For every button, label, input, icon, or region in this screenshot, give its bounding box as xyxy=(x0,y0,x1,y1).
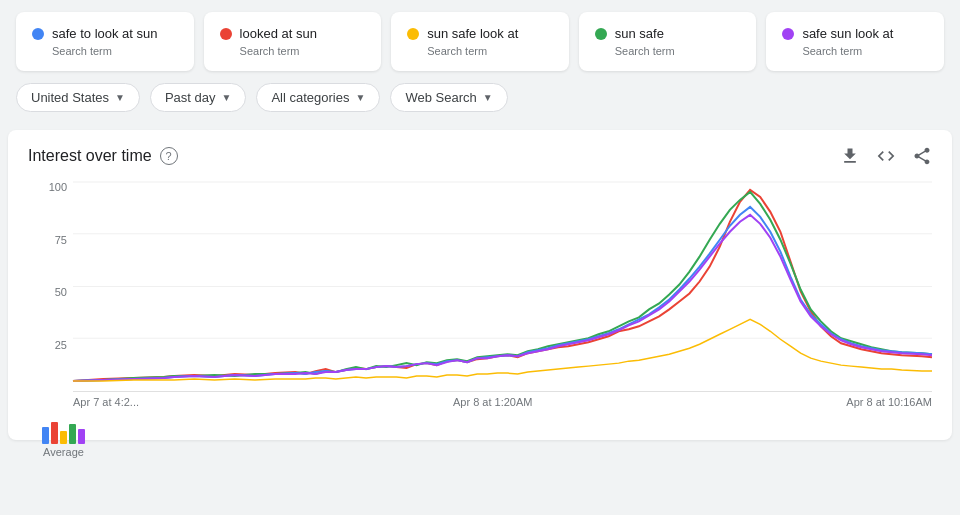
search-term-card-term4[interactable]: sun safe Search term xyxy=(579,12,757,71)
chevron-down-icon: ▼ xyxy=(356,92,366,103)
embed-button[interactable] xyxy=(876,146,896,166)
help-icon[interactable]: ? xyxy=(160,147,178,165)
term-text: looked at sun xyxy=(240,26,317,41)
term-dot xyxy=(782,28,794,40)
top-section: safe to look at sun Search term looked a… xyxy=(0,0,960,122)
term-text: sun safe xyxy=(615,26,664,41)
chart-actions xyxy=(840,146,932,166)
filter-label: United States xyxy=(31,90,109,105)
search-terms-row: safe to look at sun Search term looked a… xyxy=(16,12,944,71)
search-term-card-term2[interactable]: looked at sun Search term xyxy=(204,12,382,71)
y-axis: 100755025 xyxy=(38,182,73,392)
y-axis-label: 100 xyxy=(38,182,67,193)
avg-bar xyxy=(78,429,85,444)
search-term-label: looked at sun xyxy=(220,26,366,41)
chevron-down-icon: ▼ xyxy=(222,92,232,103)
filter-timerange[interactable]: Past day ▼ xyxy=(150,83,247,112)
filters-row: United States ▼ Past day ▼ All categorie… xyxy=(16,83,944,112)
average-label: Average xyxy=(43,446,84,458)
filter-location[interactable]: United States ▼ xyxy=(16,83,140,112)
filter-label: All categories xyxy=(271,90,349,105)
average-bars xyxy=(42,416,85,444)
chart-area: 100755025 xyxy=(38,182,932,392)
chart-container: 100755025 xyxy=(38,182,932,412)
avg-bar xyxy=(42,427,49,444)
download-button[interactable] xyxy=(840,146,860,166)
search-term-label: safe sun look at xyxy=(782,26,928,41)
x-axis-labels: Apr 7 at 4:2... Apr 8 at 1:20AM Apr 8 at… xyxy=(73,396,932,408)
avg-bar xyxy=(60,431,67,444)
search-term-sublabel: Search term xyxy=(595,45,741,57)
bottom-bar: Average xyxy=(38,416,932,458)
search-term-label: sun safe xyxy=(595,26,741,41)
avg-bar xyxy=(51,422,58,444)
y-axis-label: 50 xyxy=(38,287,67,298)
y-axis-label: 75 xyxy=(38,235,67,246)
y-axis-label: 25 xyxy=(38,340,67,351)
search-term-card-term3[interactable]: sun safe look at Search term xyxy=(391,12,569,71)
chart-title-group: Interest over time ? xyxy=(28,147,178,165)
search-term-label: sun safe look at xyxy=(407,26,553,41)
search-term-sublabel: Search term xyxy=(782,45,928,57)
x-label-5: Apr 8 at 10:16AM xyxy=(846,396,932,408)
search-term-sublabel: Search term xyxy=(32,45,178,57)
search-term-sublabel: Search term xyxy=(407,45,553,57)
line-red xyxy=(73,190,932,381)
term-dot xyxy=(407,28,419,40)
filter-label: Web Search xyxy=(405,90,476,105)
chart-header: Interest over time ? xyxy=(28,146,932,166)
term-dot xyxy=(32,28,44,40)
x-label-1: Apr 7 at 4:2... xyxy=(73,396,139,408)
search-term-card-term1[interactable]: safe to look at sun Search term xyxy=(16,12,194,71)
term-dot xyxy=(220,28,232,40)
term-text: safe sun look at xyxy=(802,26,893,41)
main-section: Interest over time ? 100755025 xyxy=(8,130,952,440)
term-text: safe to look at sun xyxy=(52,26,158,41)
filter-categories[interactable]: All categories ▼ xyxy=(256,83,380,112)
avg-bar xyxy=(69,424,76,444)
chart-title: Interest over time xyxy=(28,147,152,165)
chart-plot xyxy=(73,182,932,392)
chart-svg xyxy=(73,182,932,391)
x-label-3: Apr 8 at 1:20AM xyxy=(453,396,533,408)
search-term-label: safe to look at sun xyxy=(32,26,178,41)
chevron-down-icon: ▼ xyxy=(483,92,493,103)
term-text: sun safe look at xyxy=(427,26,518,41)
filter-searchtype[interactable]: Web Search ▼ xyxy=(390,83,507,112)
line-yellow xyxy=(73,319,932,381)
filter-label: Past day xyxy=(165,90,216,105)
share-button[interactable] xyxy=(912,146,932,166)
chevron-down-icon: ▼ xyxy=(115,92,125,103)
average-container: Average xyxy=(42,416,85,458)
search-term-card-term5[interactable]: safe sun look at Search term xyxy=(766,12,944,71)
term-dot xyxy=(595,28,607,40)
search-term-sublabel: Search term xyxy=(220,45,366,57)
